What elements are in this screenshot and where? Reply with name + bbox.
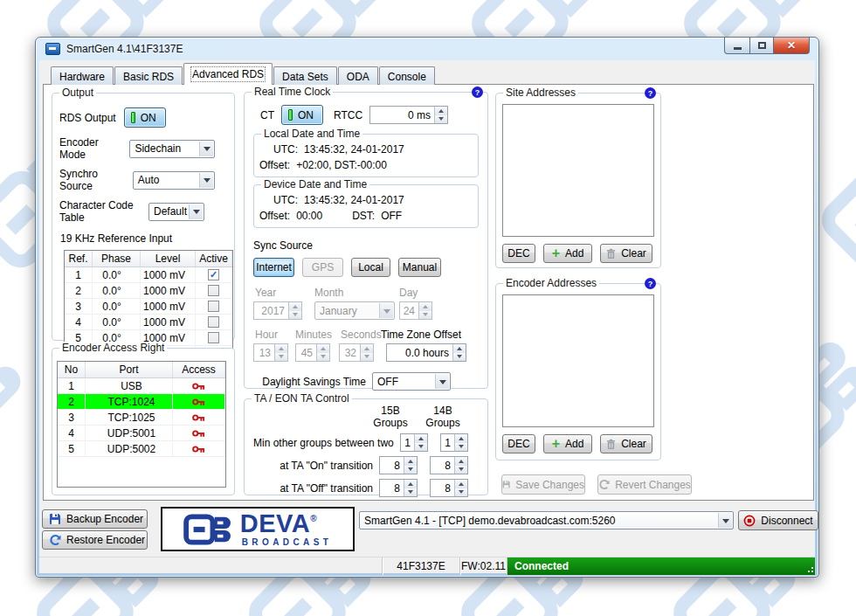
active-checkbox[interactable] [208,285,219,296]
reference-input-label: 19 KHz Reference Input [60,232,227,245]
col-no[interactable]: No [58,362,86,377]
chevron-down-icon[interactable] [199,173,213,188]
led-on-icon [288,109,293,121]
rtcc-label: RTCC [334,109,362,121]
ta-on-15b-stepper[interactable]: 8 [379,456,418,474]
local-date-time-label: Local Date and Time [261,128,362,140]
col-access[interactable]: Access [173,362,225,377]
tab-hardware[interactable]: Hardware [51,66,114,85]
spinner-arrows[interactable] [452,344,466,361]
reference-row[interactable]: 1 0.0° 1000 mV [65,267,232,283]
encoder-clear-button[interactable]: Clear [600,434,652,453]
ta-off-15b-stepper[interactable]: 8 [379,479,418,497]
sync-manual-button[interactable]: Manual [398,258,441,277]
access-row[interactable]: 4 UDP:5001 [58,426,225,441]
help-icon[interactable]: ? [645,87,656,99]
access-row[interactable]: 3 TCP:1025 [58,410,225,426]
active-checkbox[interactable] [208,332,219,343]
spinner-arrows[interactable] [404,457,417,474]
site-dec-button[interactable]: DEC [502,244,535,263]
spinner-arrows[interactable] [414,434,427,451]
encoder-mode-select[interactable]: Sidechain [129,140,215,158]
encoder-dec-button[interactable]: DEC [502,434,535,453]
time-zone-offset-stepper[interactable]: 0.0 hours [386,343,466,362]
help-icon[interactable]: ? [645,278,656,289]
chevron-down-icon[interactable] [435,374,449,389]
spinner-arrows [316,344,329,361]
ta-off-14b-stepper[interactable]: 8 [430,479,468,497]
titlebar[interactable]: SmartGen 4.1\41F3137E ✕ [36,38,818,60]
spinner-arrows[interactable] [454,457,467,474]
col-active[interactable]: Active [196,251,232,266]
access-row[interactable]: 5 UDP:5002 [58,441,225,457]
trash-icon [606,248,616,260]
chevron-down-icon[interactable] [189,204,203,219]
key-icon [192,429,205,438]
chevron-down-icon[interactable] [718,513,732,528]
active-checkbox[interactable] [208,316,219,328]
sync-local-button[interactable]: Local [351,258,390,277]
local-utc-value: 13:45:32, 24-01-2017 [304,143,404,156]
min-groups-14b-stepper[interactable]: 1 [440,433,468,452]
spinner-arrows[interactable] [434,107,447,123]
rtcc-stepper[interactable]: 0 ms [369,106,448,124]
access-row[interactable]: 1 USB [58,378,225,394]
tab-advanced-rds[interactable]: Advanced RDS [183,63,273,85]
ta-on-14b-stepper[interactable]: 8 [430,456,468,474]
reference-row[interactable]: 2 0.0° 1000 mV [65,283,232,299]
connection-select[interactable]: SmartGen 4.1 - [TCP] demo.devabroadcast.… [359,511,734,529]
tab-basic-rds[interactable]: Basic RDS [114,66,183,85]
ct-toggle[interactable]: ON [281,105,323,125]
encoder-add-button[interactable]: +Add [543,434,592,453]
year-stepper: 2017 [253,301,302,320]
close-button[interactable]: ✕ [774,38,810,54]
restore-encoder-button[interactable]: Restore Encoder [42,530,148,550]
site-clear-button[interactable]: Clear [600,244,652,263]
spinner-arrows[interactable] [404,480,417,496]
disconnect-button[interactable]: Disconnect [738,510,818,530]
help-icon[interactable]: ? [472,87,483,98]
reference-row[interactable]: 3 0.0° 1000 mV [65,299,232,315]
save-changes-button: Save Changes [501,474,585,495]
tab-oda[interactable]: ODA [338,66,378,85]
hour-stepper: 13 [253,343,288,362]
spinner-arrows[interactable] [454,480,467,496]
active-checkbox[interactable] [208,269,219,280]
encoder-addresses-list[interactable] [502,294,654,427]
col-level[interactable]: Level [141,251,196,266]
reference-table-header: Ref. Phase Level Active [65,251,232,267]
sync-internet-button[interactable]: Internet [253,258,294,277]
col-phase[interactable]: Phase [93,251,141,266]
advanced-rds-panel: Output RDS Output ON Encoder Mode Sidech… [43,84,814,501]
spinner-arrows [360,344,373,361]
plus-icon: + [552,248,560,259]
chevron-down-icon [379,303,393,318]
minimize-button[interactable] [724,38,750,54]
tab-data-sets[interactable]: Data Sets [273,66,337,85]
access-row[interactable]: 2 TCP:1024 [58,394,225,410]
access-table-header: No Port Access [58,362,225,378]
revert-icon [49,534,61,546]
backup-encoder-button[interactable]: Backup Encoder [42,509,148,529]
deva-db-mark-icon [183,514,234,545]
min-groups-15b-stepper[interactable]: 1 [400,433,428,452]
active-checkbox[interactable] [208,301,219,312]
rds-output-toggle[interactable]: ON [124,107,166,128]
site-addresses-list[interactable] [502,104,654,237]
access-rights-table[interactable]: No Port Access 1 USB 2 TCP:1024 [57,361,226,488]
reference-row[interactable]: 4 0.0° 1000 mV [65,315,232,330]
sync-source-label: Sync Source [253,239,479,252]
site-add-button[interactable]: +Add [543,244,592,263]
rds-output-label: RDS Output [59,112,116,124]
resize-grip[interactable] [811,571,813,572]
character-code-table-select[interactable]: Default [148,203,204,221]
chevron-down-icon[interactable] [199,142,213,156]
logo-wordmark: DEVA® [240,511,317,536]
tab-console[interactable]: Console [379,66,435,85]
col-port[interactable]: Port [86,362,173,377]
maximize-button[interactable] [750,38,774,54]
spinner-arrows[interactable] [454,434,467,451]
synchro-source-select[interactable]: Auto [133,171,215,190]
col-ref[interactable]: Ref. [65,251,93,266]
daylight-savings-select[interactable]: OFF [372,372,451,391]
